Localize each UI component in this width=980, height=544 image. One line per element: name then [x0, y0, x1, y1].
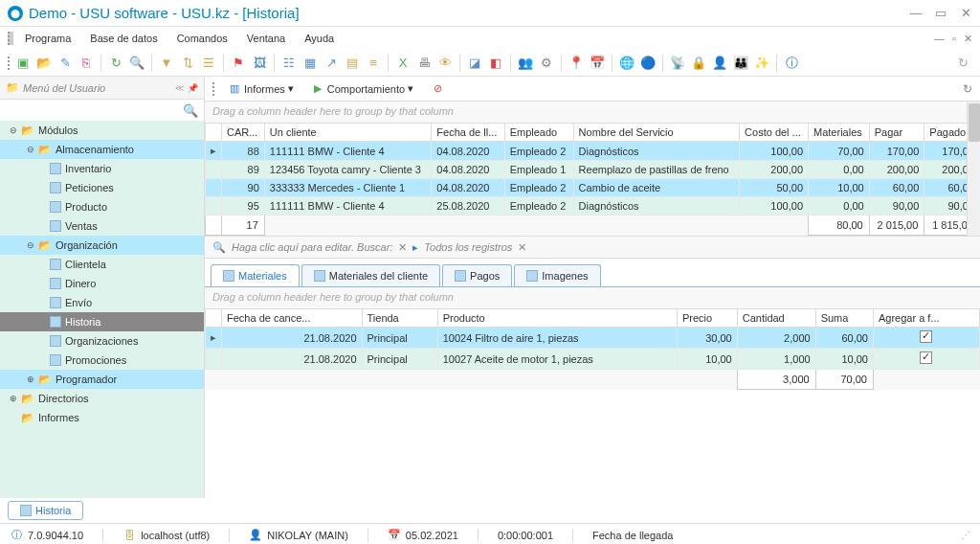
users-icon[interactable]: 👥 [516, 54, 535, 73]
tab-materiales-del-cliente[interactable]: Materiales del cliente [301, 264, 440, 286]
tree-node-inventario[interactable]: Inventario [0, 159, 204, 178]
menu-base-de-datos[interactable]: Base de datos [82, 31, 165, 46]
tree-node-programador[interactable]: ⊕📂Programador [0, 370, 204, 389]
table-row[interactable]: 90333333 Mercedes - Cliente 104.08.2020E… [206, 179, 980, 197]
table-row[interactable]: 89123456 Toyota camry - Cliente 304.08.2… [206, 161, 980, 179]
refresh2-icon[interactable]: ↻ [953, 54, 972, 73]
calendar-icon[interactable]: 📅 [588, 54, 607, 73]
table-row[interactable]: 95111111 BMW - Cliente 425.08.2020Emplea… [206, 197, 980, 215]
info-icon[interactable]: ⓘ [782, 54, 801, 73]
tree-node-almacenamiento[interactable]: ⊖📂Almacenamiento [0, 140, 204, 159]
toolbar-grip-icon[interactable] [8, 57, 11, 70]
sidebar-search-icon[interactable]: 🔍 [183, 103, 198, 118]
search-icon[interactable]: 🔍 [127, 54, 146, 73]
tree-node-envío[interactable]: Envío [0, 293, 204, 312]
tree-node-organizaciones[interactable]: Organizaciones [0, 331, 204, 351]
group-icon[interactable]: ☰ [199, 54, 218, 73]
col-header[interactable]: Nombre del Servicio [573, 124, 740, 142]
col-header[interactable]: Costo del ... [740, 124, 809, 142]
mdi-minimize-icon[interactable]: — [934, 33, 945, 45]
print-icon[interactable]: 🖶 [414, 54, 434, 73]
tree-node-informes[interactable]: 📂Informes [0, 408, 204, 427]
col-header[interactable]: Pagar [869, 124, 924, 142]
maximize-button[interactable]: ▭ [934, 7, 947, 20]
preview-icon[interactable]: 👁 [435, 54, 455, 73]
rss-icon[interactable]: 📡 [668, 54, 687, 73]
filter-edit-hint[interactable]: Haga clic aquí para editar. Buscar: [232, 241, 392, 253]
col-header[interactable]: Cantidad [737, 309, 815, 328]
world-icon[interactable]: 🌐 [617, 54, 636, 73]
sidebar-pin-icon[interactable]: 📌 [188, 83, 198, 93]
col-header[interactable]: Suma [815, 309, 873, 328]
new-icon[interactable]: ▣ [13, 54, 33, 73]
scrollbar[interactable] [967, 102, 980, 236]
col-header[interactable]: Precio [677, 309, 737, 328]
tree-node-promociones[interactable]: Promociones [0, 351, 204, 370]
tree-node-directorios[interactable]: ⊕📂Directorios [0, 389, 204, 408]
col-header[interactable]: CAR... [222, 124, 265, 142]
col-header[interactable]: Un cliente [264, 124, 432, 142]
image-icon[interactable]: 🖼 [250, 54, 269, 73]
mdi-close-icon[interactable]: ✕ [964, 33, 972, 45]
minimize-button[interactable]: — [909, 7, 923, 20]
close-button[interactable]: ✕ [959, 7, 972, 20]
checkbox[interactable] [920, 351, 932, 364]
tree-node-clientela[interactable]: Clientela [0, 255, 204, 274]
excel-icon[interactable]: X [393, 54, 412, 73]
edit-icon[interactable]: ✎ [56, 54, 75, 73]
filter-icon[interactable]: ▼ [157, 54, 176, 73]
lock-icon[interactable]: 🔒 [689, 54, 708, 73]
filter-clear-icon[interactable]: ✕ [398, 241, 407, 254]
expand-icon[interactable]: ⊖ [27, 145, 38, 154]
copy-icon[interactable]: ⎘ [77, 54, 96, 73]
menu-ayuda[interactable]: Ayuda [297, 31, 342, 46]
col-header[interactable]: Empleado [504, 124, 573, 142]
col-header[interactable]: Producto [437, 309, 677, 328]
col-header[interactable]: Fecha de cance... [222, 309, 363, 328]
expand-icon[interactable]: ⊖ [10, 125, 21, 135]
settings-icon[interactable]: ⚙ [537, 54, 556, 73]
table-row[interactable]: ▸88111111 BMW - Cliente 404.08.2020Emple… [206, 142, 980, 161]
open-icon[interactable]: 📂 [34, 54, 54, 73]
expand-icon[interactable]: ⊕ [27, 374, 38, 384]
content-grip-icon[interactable] [212, 82, 216, 96]
resize-grip-icon[interactable]: ⋰ [961, 530, 970, 540]
main-grid[interactable]: CAR...Un clienteFecha de ll...EmpleadoNo… [205, 123, 980, 236]
sidebar-collapse-icon[interactable]: ≪ [175, 83, 184, 93]
menubar-grip-icon[interactable] [8, 32, 13, 45]
bottom-tab-historia[interactable]: Historia [8, 501, 83, 520]
tree-icon[interactable]: ☷ [279, 54, 299, 73]
flag-icon[interactable]: ⚑ [229, 54, 248, 73]
tree-node-producto[interactable]: Producto [0, 197, 204, 216]
mdi-restore-icon[interactable]: ▫ [952, 33, 956, 45]
table-row[interactable]: 21.08.2020Principal10027 Aceite de motor… [206, 349, 980, 370]
checkbox[interactable] [920, 330, 932, 343]
color-icon[interactable]: 🔵 [638, 54, 657, 73]
list-icon[interactable]: ≡ [364, 54, 383, 73]
team-icon[interactable]: 👪 [731, 54, 750, 73]
refresh-icon[interactable]: ↻ [106, 54, 125, 73]
comportamiento-dropdown[interactable]: ▶ Comportamiento ▾ [305, 80, 419, 98]
detail-grid[interactable]: Fecha de cance...TiendaProductoPrecioCan… [205, 308, 980, 390]
table-row[interactable]: ▸21.08.2020Principal10024 Filtro de aire… [206, 328, 980, 349]
menu-programa[interactable]: Programa [17, 31, 78, 46]
detail-group-hint[interactable]: Drag a column header here to group by th… [205, 287, 980, 308]
window-icon[interactable]: ◪ [465, 54, 484, 73]
sort-icon[interactable]: ⇅ [178, 54, 197, 73]
col-header[interactable]: Materiales [809, 124, 870, 142]
clear-icon[interactable]: ◧ [486, 54, 505, 73]
tree-node-organización[interactable]: ⊖📂Organización [0, 236, 204, 255]
tile-icon[interactable]: ▤ [343, 54, 362, 73]
tree-node-ventas[interactable]: Ventas [0, 216, 204, 236]
tab-pagos[interactable]: Pagos [442, 264, 512, 286]
informes-dropdown[interactable]: ▥ Informes ▾ [222, 80, 300, 98]
wand-icon[interactable]: ✨ [752, 54, 771, 73]
stop-button[interactable]: ⊘ [425, 80, 450, 98]
pin-icon[interactable]: 📍 [567, 54, 586, 73]
filter-all-records[interactable]: Todos los registros [424, 241, 512, 253]
col-header[interactable]: Agregar a f... [873, 309, 979, 328]
tree-node-peticiones[interactable]: Peticiones [0, 178, 204, 197]
tab-imagenes[interactable]: Imagenes [514, 264, 600, 286]
expand-icon[interactable]: ⊕ [10, 394, 21, 403]
menu-ventana[interactable]: Ventana [239, 31, 293, 46]
